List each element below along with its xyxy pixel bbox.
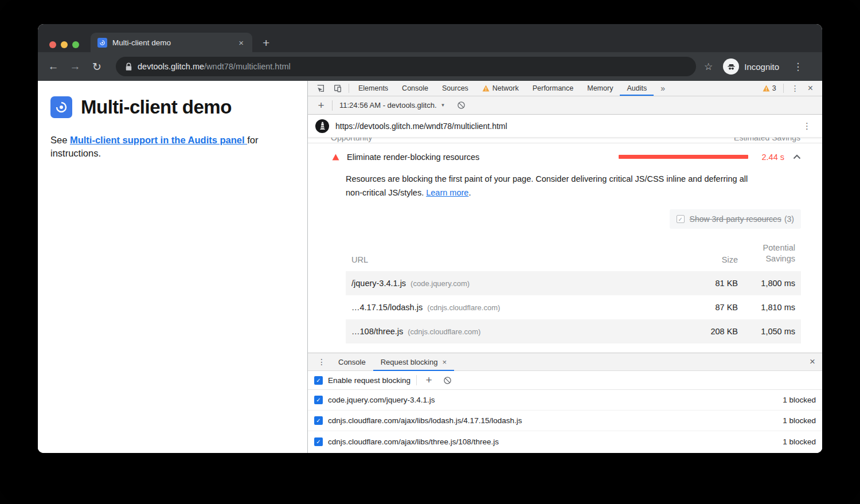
table-row[interactable]: …4.17.15/lodash.js(cdnjs.cloudflare.com)… xyxy=(346,295,801,319)
estimated-savings-column-label: Estimated Savings xyxy=(734,138,800,142)
size-column-header: Size xyxy=(689,255,738,264)
devtools-logo-icon xyxy=(50,96,72,118)
drawer-tab-console[interactable]: Console xyxy=(331,353,373,370)
tab-audits[interactable]: Audits xyxy=(620,81,654,96)
tab-network[interactable]: Network xyxy=(475,81,526,96)
warning-count: 3 xyxy=(772,84,776,92)
report-menu-icon[interactable]: ⋮ xyxy=(799,121,815,131)
resource-size: 81 KB xyxy=(689,279,738,288)
toolbar-divider xyxy=(783,84,784,93)
savings-bar xyxy=(619,155,748,159)
resource-host: (cdnjs.cloudflare.com) xyxy=(408,327,480,336)
devtools-close-icon[interactable]: × xyxy=(804,83,816,93)
collapse-chevron-icon[interactable] xyxy=(793,154,801,159)
tab-performance[interactable]: Performance xyxy=(526,81,581,96)
inspect-element-icon[interactable] xyxy=(308,81,329,96)
third-party-label: Show 3rd-party resources xyxy=(690,214,781,224)
savings-value: 2.44 s xyxy=(758,153,784,162)
pattern-checkbox[interactable]: ✓ xyxy=(314,396,323,404)
resources-table: URL Size Potential Savings /jquery-3.4.1… xyxy=(346,236,801,343)
clear-audits-icon[interactable] xyxy=(457,101,466,110)
audit-title: Eliminate render-blocking resources xyxy=(347,153,619,162)
table-row[interactable]: /jquery-3.4.1.js(code.jquery.com) 81 KB … xyxy=(346,271,801,295)
url-path: /wndt78/multiclient.html xyxy=(204,62,291,71)
third-party-toggle[interactable]: ✓ Show 3rd-party resources (3) xyxy=(670,209,801,229)
audits-support-link[interactable]: Multi-client support in the Audits panel xyxy=(70,135,247,145)
checkbox-checked-icon[interactable]: ✓ xyxy=(677,215,685,223)
opportunity-header-clipped: Opportunity Estimated Savings xyxy=(308,138,822,143)
bookmark-star-icon[interactable]: ☆ xyxy=(704,61,713,73)
window-controls xyxy=(49,41,79,48)
potential-savings-column-header: Potential Savings xyxy=(738,243,795,264)
toolbar-divider xyxy=(416,375,417,385)
zoom-window-button[interactable] xyxy=(72,41,79,48)
blocked-pattern-row[interactable]: ✓ cdnjs.cloudflare.com/ajax/libs/lodash.… xyxy=(308,411,822,431)
enable-blocking-checkbox[interactable]: ✓ xyxy=(314,376,323,385)
learn-more-link[interactable]: Learn more xyxy=(426,188,468,197)
new-tab-button[interactable]: + xyxy=(263,37,269,49)
lock-icon xyxy=(125,62,132,71)
remove-all-patterns-icon[interactable] xyxy=(443,376,452,385)
back-icon[interactable]: ← xyxy=(46,60,61,73)
reload-icon[interactable]: ↻ xyxy=(89,60,104,73)
address-bar: ← → ↻ devtools.glitch.me/wndt78/multicli… xyxy=(38,52,822,81)
tab-console[interactable]: Console xyxy=(395,81,435,96)
table-row[interactable]: …108/three.js(cdnjs.cloudflare.com) 208 … xyxy=(346,319,801,343)
tab-title: Multi-client demo xyxy=(112,38,237,47)
resource-host: (cdnjs.cloudflare.com) xyxy=(427,303,500,312)
minimize-window-button[interactable] xyxy=(61,41,68,48)
web-page: Multi-client demo See Multi-client suppo… xyxy=(38,81,307,453)
device-toolbar-icon[interactable] xyxy=(329,81,346,96)
audit-opportunity-row[interactable]: Eliminate render-blocking resources 2.44… xyxy=(308,143,822,170)
drawer-close-icon[interactable]: × xyxy=(803,353,822,370)
audited-url-row: https://devtools.glitch.me/wndt78/multic… xyxy=(308,115,822,138)
blocked-pattern-row[interactable]: ✓ code.jquery.com/jquery-3.4.1.js 1 bloc… xyxy=(308,390,822,411)
audit-run-selector[interactable]: 11:24:56 AM - devtools.glitch. ▼ xyxy=(337,101,448,110)
console-warning-badge[interactable]: 3 xyxy=(758,84,781,92)
drawer-tab-close-icon[interactable]: × xyxy=(442,358,447,366)
drawer-menu-icon[interactable]: ⋮ xyxy=(312,353,331,370)
forward-icon[interactable]: → xyxy=(68,60,83,73)
resource-url: /jquery-3.4.1.js xyxy=(351,279,406,288)
audit-description: Resources are blocking the first paint o… xyxy=(346,172,759,200)
page-intro: See Multi-client support in the Audits p… xyxy=(50,134,296,160)
browser-menu-icon[interactable]: ⋮ xyxy=(793,61,803,73)
active-drawer-tab-underline xyxy=(373,370,454,371)
toolbar-divider xyxy=(349,84,349,93)
devtools-logo-favicon xyxy=(97,38,107,48)
active-tab-underline xyxy=(620,95,654,96)
close-window-button[interactable] xyxy=(49,41,56,48)
enable-blocking-label: Enable request blocking xyxy=(328,376,411,385)
tab-sources[interactable]: Sources xyxy=(435,81,475,96)
resource-size: 87 KB xyxy=(689,303,738,312)
devtools-menu-icon[interactable]: ⋮ xyxy=(786,84,804,93)
blocked-count: 1 blocked xyxy=(783,416,816,425)
url-host: devtools.glitch.me xyxy=(138,62,204,71)
blocked-pattern-row[interactable]: ✓ cdnjs.cloudflare.com/ajax/libs/three.j… xyxy=(308,431,822,452)
intro-prefix: See xyxy=(50,135,70,145)
tab-elements[interactable]: Elements xyxy=(351,81,395,96)
warning-icon xyxy=(763,85,770,92)
tab-memory[interactable]: Memory xyxy=(580,81,620,96)
resource-url: …108/three.js xyxy=(351,327,403,336)
browser-window: Multi-client demo × + ← → ↻ devtools.gli… xyxy=(38,24,822,453)
tab-close-icon[interactable]: × xyxy=(237,38,245,48)
pattern-checkbox[interactable]: ✓ xyxy=(314,437,323,446)
more-tabs-icon[interactable]: » xyxy=(654,81,672,96)
pattern-url: cdnjs.cloudflare.com/ajax/libs/three.js/… xyxy=(328,437,783,446)
drawer-tab-request-blocking[interactable]: Request blocking × xyxy=(373,353,454,370)
add-pattern-icon[interactable]: + xyxy=(423,374,435,386)
screenshot-stage: Multi-client demo × + ← → ↻ devtools.gli… xyxy=(0,0,860,504)
audited-url: https://devtools.glitch.me/wndt78/multic… xyxy=(335,122,799,131)
omnibox[interactable]: devtools.glitch.me/wndt78/multiclient.ht… xyxy=(116,57,696,76)
fail-triangle-icon xyxy=(332,154,339,161)
pattern-url: cdnjs.cloudflare.com/ajax/libs/lodash.js… xyxy=(328,416,783,425)
url-column-header: URL xyxy=(351,255,689,264)
lighthouse-icon xyxy=(315,119,329,133)
new-audit-icon[interactable]: + xyxy=(315,99,327,112)
resource-savings: 1,050 ms xyxy=(738,326,795,337)
toolbar-divider xyxy=(332,100,333,111)
incognito-icon xyxy=(723,58,739,75)
pattern-checkbox[interactable]: ✓ xyxy=(314,416,323,425)
browser-tab[interactable]: Multi-client demo × xyxy=(91,33,252,52)
